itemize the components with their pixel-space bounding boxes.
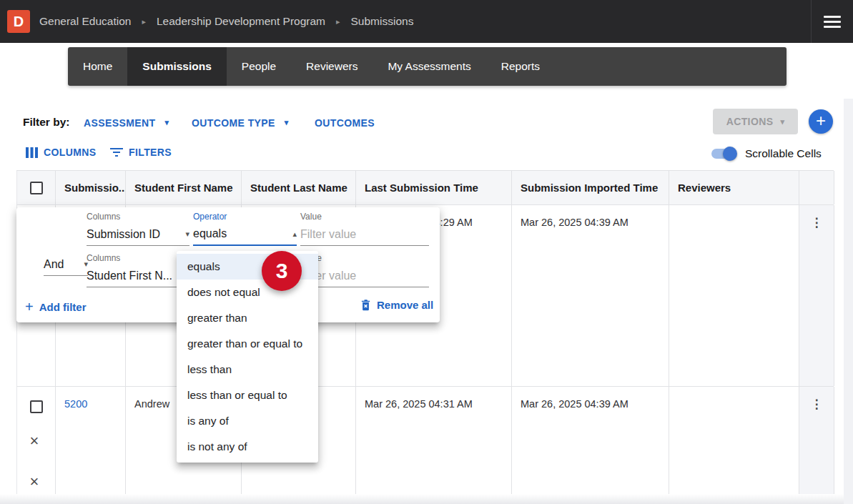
annotation-step-badge: 3 — [262, 251, 302, 291]
cell-submission-id: 5200 — [56, 387, 126, 495]
breadcrumb-current-page: Submissions — [351, 15, 414, 28]
filter-by-label: Filter by: — [23, 116, 69, 129]
filter-assessment-dropdown[interactable]: ASSESSMENT ▾ — [84, 117, 169, 129]
row-menu-cell: ⋮ — [799, 205, 834, 386]
chevron-down-icon: ▾ — [780, 117, 784, 127]
header-submission-id[interactable]: Submissio... — [56, 171, 126, 204]
filter-icon — [110, 148, 123, 157]
filter-value-input[interactable] — [300, 223, 429, 246]
tab-home[interactable]: Home — [68, 47, 127, 86]
operator-field-label: Operator — [193, 212, 297, 223]
vertical-scrollbar-track[interactable] — [844, 99, 853, 504]
header-student-last-name[interactable]: Student Last Name — [242, 171, 356, 204]
cell-submission-imported-time: Mar 26, 2025 04:39 AM — [512, 387, 669, 495]
select-all-cell — [17, 171, 56, 204]
filter-value-field: Value — [300, 253, 429, 287]
header-student-first-name[interactable]: Student First Name — [126, 171, 242, 204]
add-filter-button[interactable]: + Add filter — [25, 299, 87, 315]
tab-my-assessments[interactable]: My Assessments — [373, 47, 485, 86]
row-checkbox[interactable] — [30, 400, 43, 413]
row-menu-cell: ⋮ — [799, 387, 834, 495]
join-field-value: And — [44, 258, 64, 271]
trash-icon — [360, 299, 371, 311]
plus-icon: + — [25, 299, 34, 315]
select-all-checkbox[interactable] — [30, 182, 43, 194]
value-field-label: Value — [300, 212, 429, 223]
filters-button[interactable]: FILTERS — [110, 147, 172, 158]
filter-value-field: Value — [300, 212, 429, 246]
tab-people[interactable]: People — [227, 47, 291, 86]
columns-field-label: Columns — [87, 212, 189, 223]
scrollable-cells-label: Scrollable Cells — [745, 147, 822, 160]
filter-outcomes-button[interactable]: OUTCOMES — [315, 117, 375, 129]
header-reviewers[interactable]: Reviewers — [669, 171, 799, 204]
menu-item-less-than[interactable]: less than — [177, 357, 318, 382]
close-icon[interactable]: × — [26, 475, 42, 490]
row-kebab-menu-icon[interactable]: ⋮ — [811, 397, 823, 411]
row-kebab-menu-icon[interactable]: ⋮ — [811, 216, 823, 229]
breadcrumb: General Education ▸ Leadership Developme… — [39, 0, 413, 43]
filter-operator-select[interactable]: Operator equals ▴ — [193, 212, 297, 246]
add-submission-button[interactable]: + — [809, 109, 833, 134]
filter-value-input[interactable] — [300, 265, 429, 287]
app-screen: D General Education ▸ Leadership Develop… — [0, 0, 853, 504]
horizontal-scrollbar-track[interactable] — [0, 494, 853, 504]
close-icon[interactable]: × — [26, 434, 42, 450]
header-last-submission-time[interactable]: Last Submission Time — [356, 171, 512, 204]
breadcrumb-program[interactable]: Leadership Development Program — [157, 15, 325, 28]
hamburger-menu-icon[interactable] — [824, 16, 841, 28]
filter-outcome-type-dropdown[interactable]: OUTCOME TYPE ▾ — [192, 117, 289, 129]
header-submission-imported-time[interactable]: Submission Imported Time — [512, 171, 669, 204]
cell-submission-imported-time: Mar 26, 2025 04:39 AM — [512, 205, 669, 386]
menu-item-greater-than[interactable]: greater than — [177, 305, 318, 331]
table-row: 5200 Andrew Mar 26, 2025 04:31 AM Mar 26… — [16, 387, 834, 495]
value-field-label: Value — [300, 253, 429, 265]
breadcrumb-org-unit[interactable]: General Education — [39, 15, 131, 28]
brand-logo: D — [7, 10, 30, 33]
cell-reviewers — [669, 205, 799, 386]
table-header-row: Submissio... Student First Name Student … — [16, 171, 834, 205]
breadcrumb-separator-icon: ▸ — [336, 17, 340, 26]
menu-item-less-than-or-equal-to[interactable]: less than or equal to — [177, 382, 318, 408]
menu-item-is-not-any-of[interactable]: is not any of — [177, 434, 318, 460]
operator-field-value: equals — [193, 227, 227, 240]
tab-reports[interactable]: Reports — [486, 47, 555, 86]
chevron-down-icon: ▾ — [185, 229, 189, 239]
header-row-menu — [799, 171, 834, 204]
cell-last-submission-time: Mar 26, 2025 04:31 AM — [356, 387, 512, 495]
filter-columns-select[interactable]: Columns Submission ID ▾ — [87, 212, 189, 246]
columns-icon — [26, 147, 38, 158]
chevron-up-icon: ▴ — [292, 229, 297, 239]
topbar-divider — [811, 0, 812, 43]
chevron-down-icon: ▾ — [164, 118, 169, 127]
cell-reviewers — [669, 387, 799, 495]
chevron-down-icon: ▾ — [285, 118, 289, 127]
menu-item-is-any-of[interactable]: is any of — [177, 408, 318, 434]
tab-submissions[interactable]: Submissions — [127, 47, 226, 86]
columns-field-value: Submission ID — [87, 228, 160, 241]
filter-join-select[interactable]: And ▾ — [44, 253, 88, 276]
breadcrumb-separator-icon: ▸ — [142, 17, 146, 26]
submission-id-link[interactable]: 5200 — [64, 398, 87, 410]
tab-reviewers[interactable]: Reviewers — [291, 47, 373, 86]
actions-button[interactable]: ACTIONS ▾ — [713, 109, 798, 134]
main-nav: Home Submissions People Reviewers My Ass… — [68, 47, 787, 86]
columns-field-value: Student First N... — [87, 270, 172, 282]
scrollable-cells-toggle[interactable] — [711, 149, 736, 159]
remove-all-button[interactable]: Remove all — [360, 299, 433, 311]
columns-button[interactable]: COLUMNS — [26, 147, 97, 158]
menu-item-greater-than-or-equal-to[interactable]: greater than or equal to — [177, 331, 318, 357]
top-bar: D General Education ▸ Leadership Develop… — [0, 0, 853, 43]
